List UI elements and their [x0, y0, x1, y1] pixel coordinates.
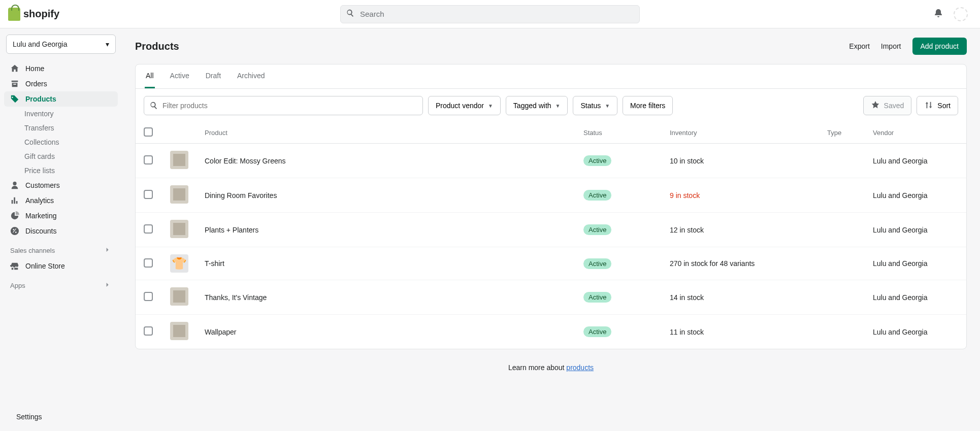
search-icon [346, 9, 355, 19]
status-badge: Active [583, 258, 611, 269]
inventory-value: 11 in stock [670, 328, 704, 336]
store-icon [10, 261, 19, 271]
sidebar-item-inventory[interactable]: Inventory [4, 107, 118, 121]
product-name[interactable]: Plants + Planters [205, 226, 258, 234]
table-row[interactable]: Wallpaper Active 11 in stock Lulu and Ge… [136, 315, 966, 349]
table-row[interactable]: Dining Room Favorites Active 9 in stock … [136, 178, 966, 213]
table-row[interactable]: T-shirt Active 270 in stock for 48 varia… [136, 247, 966, 280]
sidebar-item-collections[interactable]: Collections [4, 135, 118, 149]
nav-label: Analytics [25, 196, 54, 205]
discounts-icon [10, 226, 19, 236]
saved-views-button[interactable]: Saved [863, 96, 912, 115]
caret-down-icon: ▼ [488, 103, 493, 109]
tab-active[interactable]: Active [169, 64, 190, 88]
orders-icon [10, 79, 19, 88]
sidebar-item-products[interactable]: Products [4, 91, 118, 107]
brand-name: shopify [23, 8, 59, 20]
table-row[interactable]: Thanks, It's Vintage Active 14 in stock … [136, 280, 966, 315]
filter-status-button[interactable]: Status▼ [573, 96, 617, 115]
star-icon [871, 101, 880, 111]
vendor-value: Lulu and Georgia [873, 293, 927, 302]
product-name[interactable]: T-shirt [205, 259, 224, 268]
nav-label: Transfers [24, 124, 54, 132]
products-icon [10, 94, 19, 104]
tab-all[interactable]: All [145, 64, 155, 88]
inventory-value: 10 in stock [670, 157, 704, 165]
col-inventory-header[interactable]: Inventory [662, 122, 819, 144]
product-thumbnail[interactable] [170, 287, 188, 306]
col-type-header[interactable]: Type [819, 122, 865, 144]
settings-label: Settings [16, 413, 42, 421]
add-product-button[interactable]: Add product [912, 38, 967, 55]
product-name[interactable]: Wallpaper [205, 328, 237, 336]
product-thumbnail[interactable] [170, 220, 188, 238]
user-menu[interactable] [954, 7, 972, 21]
shopify-logo[interactable]: shopify [8, 8, 59, 21]
table-row[interactable]: Plants + Planters Active 12 in stock Lul… [136, 213, 966, 247]
tab-draft[interactable]: Draft [205, 64, 222, 88]
filter-products-input[interactable] [162, 102, 417, 110]
row-checkbox[interactable] [144, 292, 153, 301]
apps-label: Apps [10, 282, 25, 289]
filter-tagged-button[interactable]: Tagged with▼ [506, 96, 568, 115]
sidebar-item-discounts[interactable]: Discounts [4, 223, 118, 239]
chevron-right-icon [104, 281, 112, 290]
sidebar-item-marketing[interactable]: Marketing [4, 208, 118, 223]
sort-button[interactable]: Sort [917, 96, 958, 115]
table-row[interactable]: Color Edit: Mossy Greens Active 10 in st… [136, 144, 966, 178]
sidebar-item-price-lists[interactable]: Price lists [4, 163, 118, 178]
export-button[interactable]: Export [849, 42, 869, 50]
filter-vendor-button[interactable]: Product vendor▼ [428, 96, 501, 115]
vendor-value: Lulu and Georgia [873, 191, 927, 200]
row-checkbox[interactable] [144, 190, 153, 199]
product-thumbnail[interactable] [170, 322, 188, 340]
sidebar-item-orders[interactable]: Orders [4, 76, 118, 91]
row-checkbox[interactable] [144, 258, 153, 268]
more-filters-button[interactable]: More filters [623, 96, 673, 115]
svg-rect-3 [173, 188, 185, 201]
apps-heading[interactable]: Apps [4, 274, 118, 293]
product-name[interactable]: Color Edit: Mossy Greens [205, 157, 286, 165]
nav-label: Inventory [24, 110, 54, 118]
global-search[interactable] [340, 5, 640, 23]
row-checkbox[interactable] [144, 224, 153, 234]
col-vendor-header[interactable]: Vendor [865, 122, 966, 144]
col-product-header[interactable]: Product [197, 122, 575, 144]
sidebar-item-customers[interactable]: Customers [4, 178, 118, 193]
footer-products-link[interactable]: products [566, 363, 594, 372]
sidebar-item-home[interactable]: Home [4, 61, 118, 76]
nav-label: Collections [24, 138, 59, 146]
nav-label: Home [25, 64, 44, 73]
notifications-icon[interactable] [933, 8, 943, 20]
store-selector[interactable]: Lulu and Georgia ▾ [6, 35, 116, 54]
sales-channels-heading[interactable]: Sales channels [4, 239, 118, 258]
row-checkbox[interactable] [144, 326, 153, 336]
tab-archived[interactable]: Archived [236, 64, 266, 88]
main-content: Products Export Import Add product AllAc… [122, 28, 980, 431]
avatar-icon [954, 7, 968, 21]
sidebar-item-online-store[interactable]: Online Store [4, 258, 118, 274]
search-input[interactable] [360, 10, 634, 18]
page-actions: Export Import Add product [849, 38, 967, 55]
products-card: AllActiveDraftArchived Product vendor▼ T… [135, 64, 967, 349]
topbar-right [933, 7, 972, 21]
sidebar-item-settings[interactable]: Settings [4, 409, 118, 425]
product-thumbnail[interactable] [170, 185, 188, 204]
sidebar-item-transfers[interactable]: Transfers [4, 121, 118, 135]
page-header: Products Export Import Add product [135, 38, 967, 55]
primary-nav: HomeOrdersProductsInventoryTransfersColl… [4, 61, 118, 239]
filter-products-search[interactable] [144, 96, 423, 115]
product-name[interactable]: Thanks, It's Vintage [205, 293, 267, 302]
inventory-value: 270 in stock for 48 variants [670, 259, 755, 268]
col-status-header[interactable]: Status [575, 122, 662, 144]
product-name[interactable]: Dining Room Favorites [205, 191, 277, 200]
product-thumbnail[interactable] [170, 151, 188, 169]
product-thumbnail[interactable] [170, 254, 188, 273]
import-button[interactable]: Import [881, 42, 901, 50]
caret-down-icon: ▼ [605, 103, 610, 109]
sidebar-item-analytics[interactable]: Analytics [4, 193, 118, 208]
row-checkbox[interactable] [144, 155, 153, 164]
sidebar-item-gift-cards[interactable]: Gift cards [4, 149, 118, 163]
nav-label: Orders [25, 80, 47, 88]
select-all-checkbox[interactable] [144, 127, 153, 137]
